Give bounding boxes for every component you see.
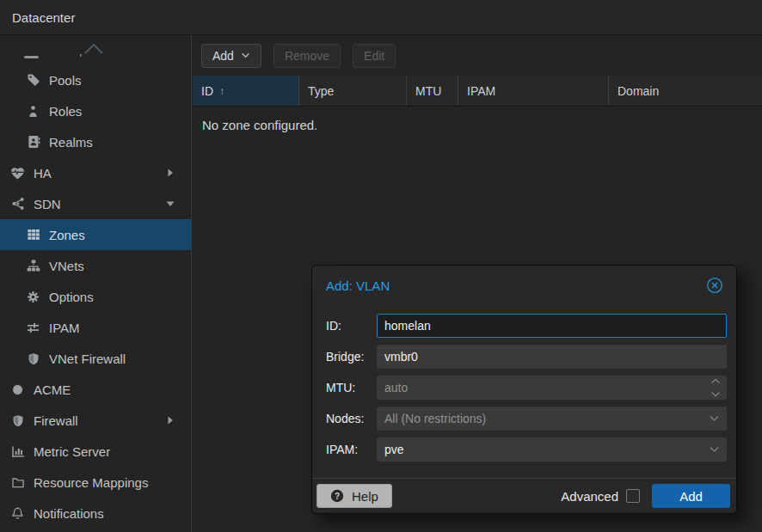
chevron-down-icon: [241, 52, 250, 58]
sidebar-item-label: IPAM: [49, 321, 80, 335]
sidebar-item-resource-mappings[interactable]: Resource Mappings: [0, 467, 191, 498]
caret-right-icon[interactable]: [163, 166, 177, 180]
column-label: IPAM: [467, 84, 495, 98]
sidebar-item-vnet-firewall[interactable]: VNet Firewall: [0, 343, 191, 374]
address-book-icon: [26, 135, 40, 150]
sidebar-nav: Pools Roles Realms HA SDN Zones VNets: [0, 35, 192, 532]
add-vlan-dialog: Add: VLAN ID: Bridge: MTU:: [311, 265, 737, 514]
sidebar-item-label: Realms: [49, 135, 93, 150]
sidebar-item-ipam[interactable]: IPAM: [0, 312, 191, 343]
id-field-label: ID:: [326, 319, 377, 333]
sidebar-item-label: Zones: [49, 228, 85, 242]
edit-button-label: Edit: [364, 49, 384, 63]
field-row-bridge: Bridge:: [326, 345, 727, 369]
certificate-icon: [10, 382, 25, 397]
mtu-input-wrap: [377, 376, 727, 400]
column-label: Type: [308, 84, 334, 98]
grid-icon: [26, 228, 40, 242]
dialog-add-button[interactable]: Add: [652, 484, 730, 508]
sidebar-scroll-hint: [0, 35, 191, 64]
sidebar-item-metric-server[interactable]: Metric Server: [0, 436, 191, 467]
id-input[interactable]: [377, 314, 727, 338]
caret-down-icon[interactable]: [163, 197, 177, 211]
sidebar-item-label: VNets: [49, 259, 84, 273]
nodes-field-label: Nodes:: [326, 412, 377, 425]
zones-table-body: No zone configured.: [193, 107, 762, 132]
sitemap-icon: [26, 259, 40, 273]
heartbeat-icon: [10, 166, 25, 180]
id-input-wrap: [377, 314, 727, 338]
folder-icon: [10, 475, 25, 490]
remove-button[interactable]: Remove: [273, 44, 341, 68]
tag-icon: [26, 73, 40, 88]
zones-table-header: ID ↑ Type MTU IPAM Domain: [193, 76, 762, 107]
chevron-up-scroll-icon[interactable]: [83, 42, 105, 56]
help-button-label: Help: [352, 489, 378, 504]
number-spinner[interactable]: [710, 378, 721, 397]
sidebar-item-label: VNet Firewall: [49, 352, 126, 366]
column-header-domain[interactable]: Domain: [609, 76, 762, 106]
dialog-body: ID: Bridge: MTU:: [312, 305, 736, 462]
sidebar-item-options[interactable]: Options: [0, 281, 191, 312]
nodes-combobox[interactable]: [377, 407, 727, 431]
column-header-id[interactable]: ID ↑: [193, 76, 299, 106]
bell-icon: [10, 506, 25, 521]
sidebar-item-label: Firewall: [34, 413, 78, 428]
column-header-ipam[interactable]: IPAM: [458, 76, 609, 106]
mtu-input[interactable]: [377, 376, 727, 400]
spinner-up-icon[interactable]: [710, 378, 721, 384]
chevron-down-icon[interactable]: [709, 446, 720, 453]
column-label: Domain: [618, 84, 659, 98]
bridge-input[interactable]: [377, 345, 727, 369]
field-row-ipam: IPAM:: [326, 437, 727, 462]
ipam-field-label: IPAM:: [326, 443, 377, 456]
close-icon[interactable]: [705, 276, 724, 295]
bridge-input-wrap: [377, 345, 727, 369]
sidebar-item-label: HA: [34, 166, 52, 180]
sidebar-item-sdn[interactable]: SDN: [0, 188, 191, 219]
page-title: Datacenter: [12, 10, 75, 25]
bar-chart-icon: [10, 444, 25, 459]
sidebar-item-label: Notifications: [34, 506, 104, 521]
sidebar-item-acme[interactable]: ACME: [0, 374, 191, 405]
edit-button[interactable]: Edit: [353, 44, 396, 68]
column-label: ID: [201, 84, 213, 98]
gear-icon: [26, 290, 40, 304]
column-header-type[interactable]: Type: [299, 76, 407, 106]
add-button[interactable]: Add: [201, 44, 261, 68]
dialog-footer: ? Help Advanced Add: [312, 478, 736, 513]
column-header-mtu[interactable]: MTU: [407, 76, 458, 106]
sidebar-item-pools[interactable]: Pools: [0, 64, 191, 95]
bridge-field-label: Bridge:: [326, 350, 377, 364]
sidebar-item-label: SDN: [34, 197, 61, 211]
field-row-mtu: MTU:: [326, 376, 727, 400]
sidebar-item-notifications[interactable]: Notifications: [0, 498, 191, 529]
ipam-combobox[interactable]: [377, 437, 727, 462]
mtu-field-label: MTU:: [326, 381, 377, 394]
proxmox-datacenter-screen: Datacenter Pools Roles Realms HA SDN: [0, 0, 762, 532]
sidebar-item-zones[interactable]: Zones: [0, 219, 191, 250]
top-header: Datacenter: [0, 0, 762, 35]
chevron-down-icon[interactable]: [709, 415, 720, 422]
sidebar-item-label: Metric Server: [34, 444, 110, 459]
empty-table-text: No zone configured.: [202, 118, 317, 132]
spinner-down-icon[interactable]: [710, 391, 721, 397]
help-button[interactable]: ? Help: [316, 484, 392, 508]
clipped-item-dot: [80, 54, 82, 57]
remove-button-label: Remove: [285, 49, 329, 63]
column-label: MTU: [415, 84, 441, 98]
dialog-add-label: Add: [679, 489, 703, 504]
clipped-item-dash: [24, 56, 39, 58]
caret-right-icon[interactable]: [163, 413, 177, 427]
sidebar-item-ha[interactable]: HA: [0, 157, 191, 188]
svg-text:?: ?: [335, 492, 340, 501]
dialog-header[interactable]: Add: VLAN: [312, 266, 736, 305]
user-icon: [26, 104, 40, 119]
sidebar-item-roles[interactable]: Roles: [0, 95, 191, 126]
sidebar-item-realms[interactable]: Realms: [0, 126, 191, 157]
sidebar-item-firewall[interactable]: Firewall: [0, 405, 191, 436]
advanced-checkbox[interactable]: [626, 489, 640, 503]
sidebar-item-vnets[interactable]: VNets: [0, 250, 191, 281]
field-row-id: ID:: [326, 314, 727, 338]
advanced-label: Advanced: [561, 489, 618, 504]
